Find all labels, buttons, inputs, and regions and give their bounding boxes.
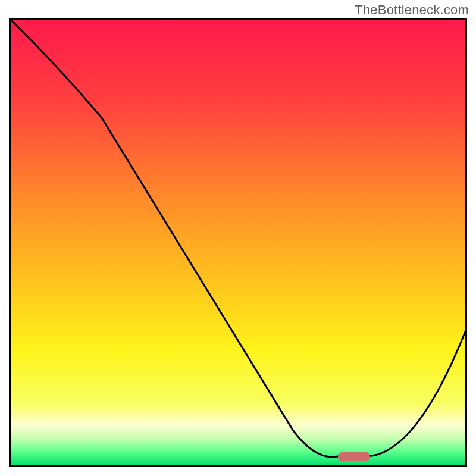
optimal-marker [338, 452, 369, 461]
curve-layer [11, 20, 465, 465]
watermark-text: TheBottleneck.com [355, 2, 469, 18]
chart-container: TheBottleneck.com [0, 0, 476, 476]
bottleneck-curve [11, 20, 465, 457]
plot-frame [9, 18, 467, 467]
